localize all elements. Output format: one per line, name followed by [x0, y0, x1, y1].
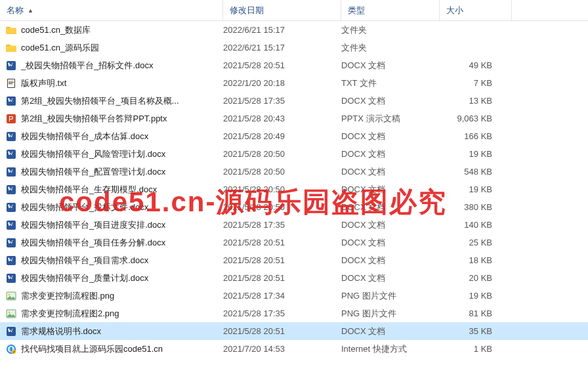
file-date: 2021/5/28 20:50	[223, 184, 341, 194]
file-date: 2021/5/28 20:43	[223, 114, 341, 123]
file-name: 校园失物招领平台_质量计划.docx	[21, 272, 223, 284]
svg-rect-4	[9, 82, 14, 83]
docx-icon	[5, 255, 17, 266]
file-type: DOCX 文档	[341, 184, 440, 196]
sort-ascending-icon: ▲	[28, 7, 33, 14]
file-row[interactable]: 校园失物招领平台_生存期模型.docx2021/5/28 20:50DOCX 文…	[0, 180, 588, 198]
file-type: DOCX 文档	[341, 237, 440, 249]
file-date: 2021/5/28 17:35	[223, 220, 341, 230]
file-row[interactable]: code51.cn_数据库2022/6/21 15:17文件夹	[0, 21, 588, 39]
file-row[interactable]: 校园失物招领平台_项目进度安排.docx2021/5/28 17:35DOCX …	[0, 216, 588, 234]
file-type: PNG 图片文件	[341, 308, 440, 320]
file-row[interactable]: 需求规格说明书.docx2021/5/28 20:51DOCX 文档35 KB	[0, 322, 588, 340]
file-row[interactable]: 找代码找项目就上源码乐园code51.cn2021/7/20 14:53Inte…	[0, 340, 588, 358]
folder-icon	[5, 42, 17, 54]
docx-icon	[5, 166, 17, 178]
png-icon	[5, 308, 17, 320]
pptx-icon	[5, 113, 17, 125]
file-row[interactable]: 校园失物招领平台_项目任务分解.docx2021/5/28 20:51DOCX …	[0, 234, 588, 251]
file-type: 文件夹	[341, 24, 440, 36]
file-row[interactable]: 需求变更控制流程图.png2021/5/28 17:34PNG 图片文件19 K…	[0, 287, 588, 305]
file-size: 548 KB	[440, 167, 505, 177]
docx-icon	[5, 272, 17, 284]
file-row[interactable]: 校园失物招领平台_投标文件.docx2021/5/28 20:50DOCX 文档…	[0, 198, 588, 216]
file-type: DOCX 文档	[341, 326, 440, 337]
file-name: 校园失物招领平台_项目需求.docx	[21, 255, 223, 266]
svg-rect-5	[9, 83, 12, 84]
file-name: 校园失物招领平台_项目进度安排.docx	[21, 219, 223, 231]
svg-point-18	[9, 293, 10, 295]
file-row[interactable]: 第2组_校园失物招领平台_项目名称及概...2021/5/28 17:35DOC…	[0, 92, 588, 110]
file-size: 7 KB	[440, 78, 505, 88]
column-header-name[interactable]: 名称 ▲	[0, 0, 223, 20]
file-date: 2022/6/21 15:17	[223, 25, 341, 35]
svg-rect-3	[9, 81, 14, 81]
file-size: 20 KB	[440, 273, 505, 283]
file-size: 140 KB	[440, 220, 505, 230]
file-name: 校园失物招领平台_配置管理计划.docx	[21, 166, 223, 178]
file-type: DOCX 文档	[341, 148, 440, 160]
file-date: 2021/5/28 20:49	[223, 131, 341, 141]
column-header-size[interactable]: 大小	[440, 0, 512, 20]
svg-point-20	[9, 311, 10, 313]
file-date: 2021/5/28 17:34	[223, 291, 341, 301]
file-name: 校园失物招领平台_项目任务分解.docx	[21, 237, 223, 249]
file-size: 19 KB	[440, 184, 505, 194]
file-row[interactable]: 校园失物招领平台_成本估算.docx2021/5/28 20:49DOCX 文档…	[0, 127, 588, 145]
file-row[interactable]: 版权声明.txt2022/1/20 20:18TXT 文件7 KB	[0, 74, 588, 92]
file-row[interactable]: 校园失物招领平台_项目需求.docx2021/5/28 20:51DOCX 文档…	[0, 251, 588, 269]
file-name: _校园失物招领平台_招标文件.docx	[21, 60, 223, 72]
docx-icon	[5, 201, 17, 213]
file-row[interactable]: _校园失物招领平台_招标文件.docx2021/5/28 20:51DOCX 文…	[0, 56, 588, 74]
column-header-type[interactable]: 类型	[341, 0, 440, 20]
docx-icon	[5, 326, 17, 337]
file-name: 第2组_校园失物招领平台答辩PPT.pptx	[21, 113, 223, 125]
file-type: DOCX 文档	[341, 166, 440, 178]
file-size: 19 KB	[440, 291, 505, 301]
file-date: 2021/7/20 14:53	[223, 344, 341, 354]
file-size: 81 KB	[440, 308, 505, 318]
file-list[interactable]: code51.cn_数据库2022/6/21 15:17文件夹code51.cn…	[0, 21, 588, 380]
file-name: 校园失物招领平台_投标文件.docx	[21, 201, 223, 213]
file-date: 2021/5/28 17:35	[223, 96, 341, 106]
file-row[interactable]: 需求变更控制流程图2.png2021/5/28 17:35PNG 图片文件81 …	[0, 305, 588, 322]
file-date: 2021/5/28 20:51	[223, 255, 341, 265]
file-type: 文件夹	[341, 42, 440, 54]
docx-icon	[5, 237, 17, 249]
file-name: 校园失物招领平台_风险管理计划.docx	[21, 148, 223, 160]
file-size: 13 KB	[440, 96, 505, 106]
docx-icon	[5, 95, 17, 107]
column-header-date[interactable]: 修改日期	[223, 0, 341, 20]
file-name: 版权声明.txt	[21, 77, 223, 89]
file-date: 2021/5/28 20:51	[223, 273, 341, 283]
column-header-name-label: 名称	[7, 5, 24, 16]
file-row[interactable]: code51.cn_源码乐园2022/6/21 15:17文件夹	[0, 39, 588, 56]
docx-icon	[5, 131, 17, 142]
file-name: 第2组_校园失物招领平台_项目名称及概...	[21, 95, 223, 107]
file-type: PNG 图片文件	[341, 290, 440, 302]
file-type: DOCX 文档	[341, 255, 440, 266]
file-row[interactable]: 校园失物招领平台_质量计划.docx2021/5/28 20:51DOCX 文档…	[0, 269, 588, 287]
file-date: 2021/5/28 20:50	[223, 202, 341, 212]
file-row[interactable]: 第2组_校园失物招领平台答辩PPT.pptx2021/5/28 20:43PPT…	[0, 110, 588, 127]
file-date: 2022/6/21 15:17	[223, 43, 341, 53]
file-size: 18 KB	[440, 255, 505, 265]
column-header-date-label: 修改日期	[230, 5, 264, 16]
url-icon	[5, 343, 17, 355]
folder-icon	[5, 24, 17, 36]
file-date: 2021/5/28 20:51	[223, 60, 341, 70]
file-name: 需求变更控制流程图2.png	[21, 308, 223, 320]
file-type: DOCX 文档	[341, 272, 440, 284]
svg-point-25	[12, 350, 16, 354]
file-size: 380 KB	[440, 202, 505, 212]
file-name: code51.cn_数据库	[21, 24, 223, 36]
png-icon	[5, 290, 17, 302]
file-row[interactable]: 校园失物招领平台_风险管理计划.docx2021/5/28 20:50DOCX …	[0, 145, 588, 163]
file-explorer: 名称 ▲ 修改日期 类型 大小 code51.cn_数据库2022/6/21 1…	[0, 0, 588, 380]
docx-icon	[5, 148, 17, 160]
file-row[interactable]: 校园失物招领平台_配置管理计划.docx2021/5/28 20:50DOCX …	[0, 163, 588, 180]
file-size: 19 KB	[440, 149, 505, 159]
file-type: DOCX 文档	[341, 201, 440, 213]
file-size: 49 KB	[440, 60, 505, 70]
file-date: 2021/5/28 20:50	[223, 167, 341, 177]
